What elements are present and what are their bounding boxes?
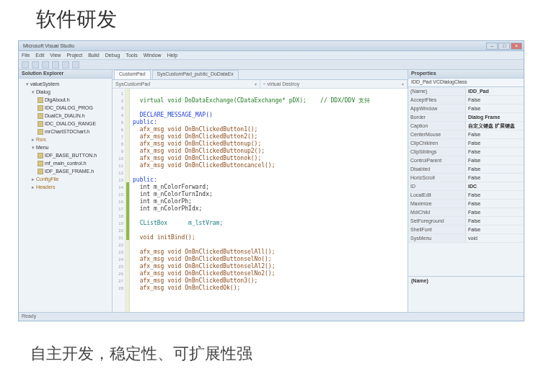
property-row[interactable]: LocalEditFalse — [408, 191, 524, 200]
property-value[interactable]: False — [466, 217, 524, 225]
member-combo[interactable]: ~ virtual Destroy — [260, 80, 408, 88]
property-value[interactable]: False — [466, 139, 524, 147]
tree-folder[interactable]: Menu — [20, 143, 110, 151]
property-value[interactable]: void — [466, 234, 524, 242]
property-row[interactable]: HorizScrollFalse — [408, 174, 524, 182]
file-icon — [38, 113, 43, 119]
toolbar-button[interactable] — [62, 61, 69, 68]
file-icon — [38, 129, 43, 135]
file-icon — [38, 121, 43, 127]
editor-tab-active[interactable]: CustomPad — [114, 70, 151, 79]
tree-file[interactable]: IDF_BASE_FRAME.h — [20, 167, 110, 175]
properties-panel: Properties IDD_Pad VCDialogClass (Name)I… — [408, 70, 524, 312]
property-value[interactable]: False — [466, 156, 524, 164]
tree-file[interactable]: mrChartSTDChart.h — [20, 128, 110, 135]
menu-build[interactable]: Build — [88, 53, 100, 58]
tree-folder[interactable]: valueSystem — [20, 80, 110, 88]
tree-file[interactable]: IDC_DIALOG_PROG — [20, 104, 110, 112]
property-row[interactable]: SetForegroundFalse — [408, 217, 524, 226]
editor-tab-path[interactable]: SysCustomPad_public_DoDataEx — [152, 70, 239, 79]
close-button[interactable]: × — [511, 43, 522, 50]
menu-view[interactable]: View — [50, 53, 61, 58]
tree-file[interactable]: IDF_BASE_BUTTON.h — [20, 151, 110, 159]
property-value[interactable]: False — [466, 165, 524, 173]
minimize-button[interactable]: – — [486, 43, 498, 50]
file-icon — [38, 153, 43, 159]
menu-help[interactable]: Help — [167, 53, 177, 58]
property-key: Maximize — [408, 200, 466, 208]
menu-debug[interactable]: Debug — [105, 53, 120, 58]
menubar: FileEditViewProjectBuildDebugToolsWindow… — [19, 51, 524, 60]
property-row[interactable]: ClipSiblingsFalse — [408, 148, 524, 156]
menu-tools[interactable]: Tools — [126, 53, 137, 58]
property-row[interactable]: SysMenuvoid — [408, 234, 524, 243]
page-caption: 自主开发，稳定性、可扩展性强 — [0, 321, 546, 365]
property-row[interactable]: AcceptFilesFalse — [408, 96, 524, 104]
properties-header: Properties — [408, 70, 524, 79]
tree-label: IDC_DIALOG_PROG — [45, 105, 93, 110]
tree-file[interactable]: DlgAbout.h — [20, 96, 110, 104]
property-row[interactable]: AppWindowFalse — [408, 104, 524, 113]
property-value[interactable]: False — [466, 200, 524, 208]
file-icon — [38, 105, 43, 111]
property-value[interactable]: False — [466, 96, 524, 104]
toolbar-button[interactable] — [72, 61, 79, 68]
tree-file[interactable]: IDC_DIALOG_RANGE — [20, 120, 110, 128]
property-row[interactable]: ControlParentFalse — [408, 156, 524, 165]
property-value[interactable]: IDC — [466, 182, 524, 190]
property-row[interactable]: CenterMouseFalse — [408, 130, 524, 139]
property-key: (Name) — [408, 87, 466, 95]
property-row[interactable]: Caption自定义键盘 扩展键盘 — [408, 122, 524, 130]
ide-window: Microsoft Visual Studio – □ × FileEditVi… — [18, 40, 524, 321]
menu-project[interactable]: Project — [66, 53, 82, 58]
property-row[interactable]: DisabledFalse — [408, 165, 524, 174]
tree-file[interactable]: mf_main_control.h — [20, 159, 110, 167]
property-value[interactable]: 自定义键盘 扩展键盘 — [466, 122, 524, 130]
tree-folder[interactable]: Rsrc — [20, 135, 110, 143]
property-key: Disabled — [408, 165, 466, 173]
property-value[interactable]: False — [466, 208, 524, 216]
menu-window[interactable]: Window — [144, 53, 162, 58]
tree-folder[interactable]: ConfigFile — [20, 175, 110, 183]
property-value[interactable]: IDD_Pad — [466, 87, 524, 95]
property-value[interactable]: False — [466, 226, 524, 233]
toolbar-button[interactable] — [52, 61, 59, 68]
property-value[interactable]: False — [466, 191, 524, 199]
tree-file[interactable]: DualCh_DIALIN.h — [20, 112, 110, 120]
property-row[interactable]: (Name)IDD_Pad — [408, 87, 524, 96]
code-text[interactable]: virtual void DoDataExchange(CDataExchang… — [130, 89, 408, 312]
tree-label: Dialog — [36, 89, 50, 94]
property-row[interactable]: ShellFontFalse — [408, 226, 524, 234]
property-row[interactable]: ClipChildrenFalse — [408, 139, 524, 148]
property-value[interactable]: False — [466, 148, 524, 156]
toolbar-button[interactable] — [22, 61, 29, 68]
line-gutter: 1234567891011121314151617181920212223242… — [113, 89, 126, 312]
property-value[interactable]: Dialog Frame — [466, 113, 524, 121]
property-row[interactable]: IDIDC — [408, 182, 524, 191]
property-row[interactable]: BorderDialog Frame — [408, 113, 524, 122]
property-value[interactable]: False — [466, 130, 524, 138]
tree-label: Menu — [36, 145, 49, 150]
code-area[interactable]: 1234567891011121314151617181920212223242… — [113, 89, 408, 312]
menu-file[interactable]: File — [22, 53, 30, 58]
tree-folder[interactable]: Headers — [20, 183, 110, 191]
property-desc-title: (Name) — [411, 278, 521, 283]
tree-folder[interactable]: Dialog — [20, 88, 110, 96]
tree-label: IDF_BASE_FRAME.h — [45, 169, 94, 174]
property-grid[interactable]: (Name)IDD_PadAcceptFilesFalseAppWindowFa… — [408, 87, 524, 276]
toolbar — [19, 60, 524, 70]
property-value[interactable]: False — [466, 104, 524, 112]
class-combo[interactable]: SysCustomPad — [113, 80, 260, 88]
tree-label: mf_main_control.h — [45, 161, 87, 166]
property-row[interactable]: MaximizeFalse — [408, 200, 524, 208]
maximize-button[interactable]: □ — [498, 43, 510, 50]
solution-tree[interactable]: valueSystemDialogDlgAbout.hIDC_DIALOG_PR… — [19, 79, 112, 312]
property-key: AcceptFiles — [408, 96, 466, 104]
editor-nav-combos: SysCustomPad ~ virtual Destroy — [113, 80, 408, 89]
toolbar-button[interactable] — [42, 61, 49, 68]
toolbar-button[interactable] — [32, 61, 39, 68]
menu-edit[interactable]: Edit — [35, 53, 44, 58]
property-value[interactable]: False — [466, 174, 524, 182]
titlebar[interactable]: Microsoft Visual Studio – □ × — [19, 41, 524, 51]
property-row[interactable]: MdiChildFalse — [408, 208, 524, 217]
